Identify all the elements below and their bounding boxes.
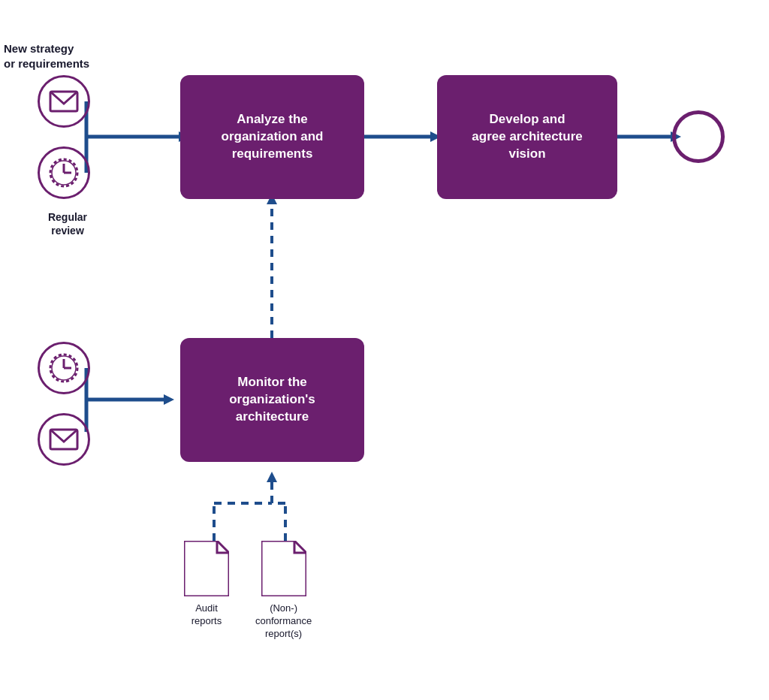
- nonconformance-doc: (Non-)conformancereport(s): [255, 541, 312, 641]
- nonconformance-label: (Non-)conformancereport(s): [255, 602, 312, 641]
- regular-review-label: Regularreview: [38, 210, 98, 237]
- svg-marker-12: [164, 394, 174, 405]
- audit-label: Auditreports: [191, 602, 222, 628]
- envelope-icon-bottom: [38, 413, 90, 466]
- develop-box: Develop andagree architecturevision: [437, 75, 617, 199]
- audit-report-doc: Auditreports: [184, 541, 229, 628]
- diagram-container: New strategyor requirements Regularrevie…: [0, 0, 769, 700]
- svg-marker-30: [261, 541, 306, 596]
- circle-end: [672, 110, 725, 163]
- new-strategy-label: New strategyor requirements: [4, 41, 89, 71]
- svg-marker-29: [184, 541, 229, 596]
- analyze-box: Analyze theorganization andrequirements: [180, 75, 364, 199]
- monitor-box: Monitor theorganization'sarchitecture: [180, 338, 364, 462]
- clock-icon-top: [38, 146, 90, 199]
- envelope-icon-top: [38, 75, 90, 128]
- connectors-svg: [0, 0, 769, 700]
- clock-icon-bottom: [38, 342, 90, 394]
- svg-marker-18: [267, 472, 277, 482]
